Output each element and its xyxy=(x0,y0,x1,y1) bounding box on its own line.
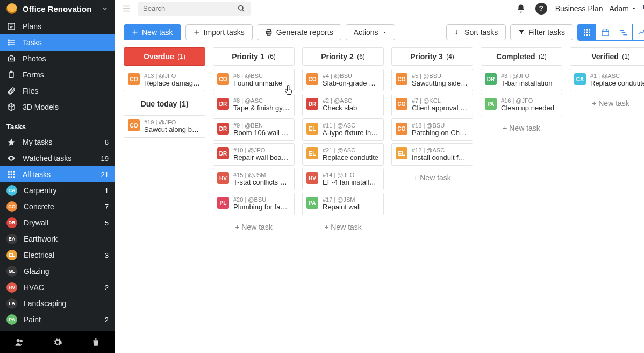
trash-icon[interactable] xyxy=(91,337,101,347)
actions-dropdown[interactable]: Actions xyxy=(346,24,395,40)
task-card[interactable]: CO #13 | @JFO Replace damage… xyxy=(124,69,205,91)
task-title: Replace damage… xyxy=(144,79,201,87)
task-title: Install conduit fo… xyxy=(412,153,469,161)
tag-la[interactable]: LA Landscaping xyxy=(0,295,115,312)
section-header: Due today (1) xyxy=(124,96,205,112)
import-tasks-button[interactable]: Import tasks xyxy=(185,24,253,40)
view-board[interactable] xyxy=(578,24,596,40)
task-card[interactable]: EL #11 | @ASC A-type fixture ins… xyxy=(302,118,384,141)
task-card[interactable]: DR #8 | @ASC Tape & finish gyp … xyxy=(213,94,295,116)
task-card[interactable]: CO #6 | @BSU Found unmarke xyxy=(213,69,295,91)
column-count: (1) xyxy=(176,53,185,60)
svg-rect-43 xyxy=(621,32,625,33)
tag-badge: EA xyxy=(6,234,17,244)
sidebar-item-label: Tasks xyxy=(23,38,42,47)
tag-dr[interactable]: DR Drywall 5 xyxy=(0,215,115,231)
task-tag-badge: HV xyxy=(217,172,229,184)
sidebar-item-forms[interactable]: Forms xyxy=(0,67,115,83)
tag-co[interactable]: CO Concrete 7 xyxy=(0,199,115,215)
task-card[interactable]: EL #21 | @ASC Replace condutite xyxy=(302,143,384,166)
svg-point-20 xyxy=(20,340,23,343)
column-header[interactable]: Priority 2 (6) xyxy=(302,47,384,66)
toolbar: New task Import tasks Generate reports A… xyxy=(115,17,644,47)
sort-tasks-button[interactable]: Sort tasks xyxy=(446,24,506,40)
column-header[interactable]: Priority 1 (6) xyxy=(213,47,295,66)
eye-icon xyxy=(6,154,16,163)
filter-all-tasks[interactable]: All tasks 21 xyxy=(0,166,115,182)
task-card[interactable]: CA #1 | @ASC Replace condutite xyxy=(570,69,644,91)
search-icon[interactable] xyxy=(238,5,245,12)
task-card[interactable]: CO #7 | @KCL Client approval o… xyxy=(391,94,473,116)
new-task-link[interactable]: + New task xyxy=(570,94,644,113)
new-task-link[interactable]: + New task xyxy=(391,168,473,187)
view-calendar[interactable] xyxy=(596,24,614,40)
task-card[interactable]: DR #2 | @ASC Check slab xyxy=(302,94,384,116)
plan-link[interactable]: Business Plan xyxy=(555,4,603,13)
project-switcher[interactable]: Office Renovation xyxy=(0,0,115,17)
tag-ea[interactable]: EA Earthwork xyxy=(0,231,115,247)
filter-tasks-button[interactable]: Filter tasks xyxy=(510,24,573,40)
task-card[interactable]: PL #20 | @BSU Plumbing for fau… xyxy=(213,193,295,215)
task-title: T-stat conflicts w… xyxy=(233,178,290,186)
tag-pa[interactable]: PA Paint 2 xyxy=(0,312,115,328)
column-header[interactable]: Completed (2) xyxy=(481,47,562,66)
svg-rect-17 xyxy=(11,176,12,178)
view-chart[interactable] xyxy=(633,24,644,40)
task-card[interactable]: CO #4 | @BSU Slab-on-grade po… xyxy=(302,69,384,91)
task-card[interactable]: EL #12 | @ASC Install conduit fo… xyxy=(391,143,473,166)
column-header[interactable]: Verified (1) xyxy=(570,47,644,66)
caret-down-icon xyxy=(631,6,636,11)
generate-reports-button[interactable]: Generate reports xyxy=(257,24,341,40)
column-title: Overdue xyxy=(144,52,174,61)
sidebar-item-photos[interactable]: Photos xyxy=(0,51,115,67)
svg-point-7 xyxy=(10,58,12,60)
svg-line-25 xyxy=(242,9,245,11)
tag-badge: EL xyxy=(6,250,17,260)
gear-icon[interactable] xyxy=(53,337,62,347)
hamburger-icon[interactable] xyxy=(121,4,131,13)
help-icon[interactable]: ? xyxy=(534,3,549,15)
project-title: Office Renovation xyxy=(23,4,96,13)
svg-rect-3 xyxy=(8,44,10,46)
tag-ca[interactable]: CA Carpentry 1 xyxy=(0,182,115,199)
project-logo xyxy=(6,3,17,14)
new-task-link[interactable]: + New task xyxy=(481,118,562,138)
filter-watched-tasks[interactable]: Watched tasks 19 xyxy=(0,150,115,166)
sidebar-item-plans[interactable]: Plans xyxy=(0,18,115,34)
task-card[interactable]: DR #10 | @JFO Repair wall boar… xyxy=(213,143,295,166)
new-task-button[interactable]: New task xyxy=(124,24,181,40)
task-card[interactable]: CO #19 | @JFO Sawcut along bre… xyxy=(124,115,205,138)
task-card[interactable]: HV #15 | @JSM T-stat conflicts w… xyxy=(213,168,295,190)
view-gantt[interactable] xyxy=(614,24,633,40)
svg-point-24 xyxy=(239,5,243,10)
task-card[interactable]: DR #9 | @BEN Room 106 wall c… xyxy=(213,118,295,141)
task-card[interactable]: PA #16 | @JFO Clean up needed xyxy=(481,94,562,116)
task-card[interactable]: CO #18 | @BSU Patching on Ches… xyxy=(391,118,473,141)
tag-el[interactable]: EL Electrical 3 xyxy=(0,247,115,263)
task-card[interactable]: DR #3 | @JFO T-bar installation xyxy=(481,69,562,91)
tag-gl[interactable]: GL Glazing xyxy=(0,263,115,279)
task-card[interactable]: PA #17 | @JSM Repaint wall xyxy=(302,193,384,215)
tag-hv[interactable]: HV HVAC 2 xyxy=(0,279,115,295)
column-header[interactable]: Priority 3 (4) xyxy=(391,47,473,66)
sidebar-item-tasks[interactable]: Tasks xyxy=(0,34,115,51)
task-tag-badge: HV xyxy=(306,172,318,184)
user-menu[interactable]: Adam xyxy=(609,4,636,13)
column-header[interactable]: Overdue (1) xyxy=(124,47,205,66)
people-icon[interactable] xyxy=(15,337,24,347)
filter-my-tasks[interactable]: My tasks 6 xyxy=(0,134,115,150)
sidebar-item-files[interactable]: Files xyxy=(0,83,115,99)
task-tag-badge: CO xyxy=(396,123,407,135)
new-task-link[interactable]: + New task xyxy=(213,217,295,237)
task-card[interactable]: CO #5 | @BSU Sawcutting side… xyxy=(391,69,473,91)
search-input[interactable] xyxy=(143,4,233,12)
new-task-link[interactable]: + New task xyxy=(302,217,384,237)
task-title: EF-4 fan installat… xyxy=(323,178,380,186)
section-title: Due today xyxy=(141,100,177,108)
task-card[interactable]: HV #14 | @JFO EF-4 fan installat… xyxy=(302,168,384,190)
svg-rect-16 xyxy=(8,176,10,178)
svg-rect-35 xyxy=(584,34,585,36)
sidebar-item-models[interactable]: 3D Models xyxy=(0,99,115,115)
bell-icon[interactable] xyxy=(514,4,527,13)
search-box[interactable] xyxy=(138,2,251,16)
